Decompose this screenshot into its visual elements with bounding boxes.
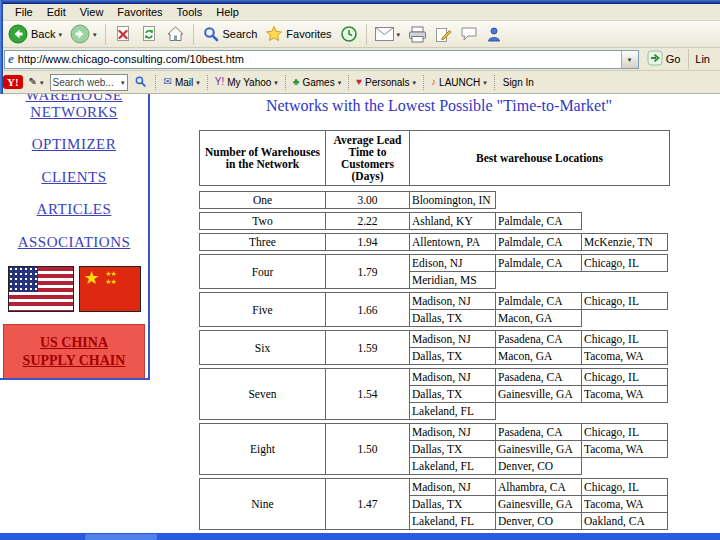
links-toolbar-label[interactable]: Lin	[688, 49, 716, 69]
address-input[interactable]: e http://www.chicago-consulting.com/10be…	[4, 50, 639, 69]
discuss-button[interactable]	[456, 22, 482, 46]
favorites-button[interactable]: Favorites	[261, 22, 335, 46]
yahoo-search-input[interactable]: Search web... ▾	[50, 74, 128, 91]
go-button-label: Go	[666, 53, 681, 65]
header-best-locations: Best warehouse Locations	[410, 131, 670, 186]
warehouse-count-cell: Nine	[200, 479, 326, 530]
sidebar-link-optimizer[interactable]: OPTIMIZER	[3, 136, 145, 153]
favorites-button-label: Favorites	[286, 28, 331, 40]
heart-icon: ♥	[356, 77, 362, 87]
yahoo-separator	[155, 75, 156, 90]
print-button[interactable]	[404, 22, 431, 46]
dropdown-caret-icon: ▾	[196, 79, 200, 86]
edit-pencil-icon	[435, 26, 452, 43]
refresh-icon	[140, 25, 158, 43]
location-cell: Chicago, IL	[582, 255, 668, 272]
china-flag-small-stars: ★★★★	[104, 270, 118, 285]
history-clock-icon	[340, 25, 358, 43]
address-dropdown-button[interactable]: ▾	[621, 51, 638, 68]
lead-time-cell: 1.66	[326, 293, 410, 327]
lead-time-cell: 1.47	[326, 479, 410, 530]
yahoo-separator	[494, 75, 495, 90]
us-china-link-us-china[interactable]: US CHINA	[40, 335, 108, 351]
location-cell: Chicago, IL	[582, 369, 668, 386]
back-button-label: Back	[31, 28, 55, 40]
sidebar-link-associations[interactable]: ASSOCIATIONS	[3, 234, 145, 251]
sidebar: WAREHOUSE NETWORKSOPTIMIZERCLIENTSARTICL…	[0, 94, 150, 380]
menu-item-view[interactable]: View	[73, 5, 111, 19]
location-cell: Pasadena, CA	[496, 424, 582, 441]
location-cell: Dallas, TX	[410, 386, 496, 403]
lead-time-cell: 1.79	[326, 255, 410, 289]
yahoo-items: ✉Mail▾Y!My Yahoo▾♣Games▾♥Personals▾♪LAUN…	[161, 75, 497, 90]
menu-item-favorites[interactable]: Favorites	[110, 5, 169, 19]
location-cell: Madison, NJ	[410, 479, 496, 496]
stop-button[interactable]	[110, 22, 136, 46]
menu-item-tools[interactable]: Tools	[170, 5, 210, 19]
home-button[interactable]	[162, 22, 189, 46]
forward-button[interactable]: ▾	[66, 22, 101, 46]
menu-item-help[interactable]: Help	[209, 5, 246, 19]
location-cell: Madison, NJ	[410, 293, 496, 310]
network-row-five: Five1.66Madison, NJPalmdale, CAChicago, …	[199, 292, 668, 327]
back-arrow-icon	[8, 24, 28, 44]
search-button[interactable]: Search	[198, 22, 262, 46]
yahoo-item-launch[interactable]: ♪LAUNCH▾	[428, 76, 490, 89]
messenger-person-icon	[486, 26, 502, 43]
location-cell: Pasadena, CA	[496, 331, 582, 348]
network-row-six: Six1.59Madison, NJPasadena, CAChicago, I…	[199, 330, 668, 365]
menu-item-file[interactable]: File	[8, 5, 40, 19]
yahoo-sign-in[interactable]: Sign In	[500, 76, 537, 89]
mail-button[interactable]: ▾	[371, 22, 405, 46]
location-cell: Lakeland, FL	[410, 513, 496, 530]
yahoo-search-placeholder: Search web...	[53, 77, 114, 88]
magnifier-icon	[134, 75, 147, 90]
yahoo-item-label: My Yahoo	[227, 77, 271, 88]
go-arrow-icon	[647, 50, 663, 68]
forward-dropdown-icon: ▾	[93, 31, 97, 38]
games-icon: ♣	[293, 77, 300, 87]
refresh-button[interactable]	[136, 22, 162, 46]
warehouse-count-cell: Six	[200, 331, 326, 365]
page-title: Networks with the Lowest Possible "Time-…	[199, 97, 679, 115]
mail-dropdown-icon: ▾	[397, 31, 401, 38]
sidebar-link-articles[interactable]: ARTICLES	[3, 201, 145, 218]
yahoo-item-mail[interactable]: ✉Mail▾	[161, 76, 203, 89]
location-cell: Lakeland, FL	[410, 458, 496, 475]
dropdown-caret-icon: ▾	[483, 79, 487, 86]
yahoo-logo[interactable]: Y!	[3, 75, 23, 89]
china-flag: ★ ★★★★	[79, 266, 141, 312]
us-china-link-supply-chain[interactable]: SUPPLY CHAIN	[23, 353, 126, 369]
yahoo-item-personals[interactable]: ♥Personals▾	[353, 76, 419, 89]
dropdown-caret-icon: ▾	[413, 79, 417, 86]
history-button[interactable]	[336, 22, 362, 46]
location-cell: Palmdale, CA	[496, 255, 582, 272]
location-cell: Tacoma, WA	[582, 348, 668, 365]
location-cell: Chicago, IL	[582, 479, 668, 496]
music-note-icon: ♪	[431, 77, 436, 87]
toolbar-separator	[366, 24, 367, 45]
network-row-nine: Nine1.47Madison, NJAlhambra, CAChicago, …	[199, 478, 668, 530]
go-button[interactable]: Go	[643, 49, 685, 69]
location-cell: Allentown, PA	[410, 234, 496, 251]
menu-item-edit[interactable]: Edit	[40, 5, 73, 19]
location-cell: Gainesville, GA	[496, 441, 582, 458]
sidebar-link-clients[interactable]: CLIENTS	[3, 169, 145, 186]
taskbar-window-button[interactable]	[85, 534, 157, 540]
dropdown-caret-icon: ▾	[338, 79, 342, 86]
toolbar-separator	[105, 24, 106, 45]
edit-button[interactable]	[431, 22, 456, 46]
location-cell: Palmdale, CA	[496, 213, 582, 230]
network-table-rows: One3.00Bloomington, INTwo2.22Ashland, KY…	[199, 191, 679, 530]
dropdown-caret-icon: ▾	[40, 79, 44, 86]
back-button[interactable]: Back ▾	[4, 22, 66, 46]
yahoo-search-button[interactable]	[131, 74, 150, 91]
yahoo-item-my-yahoo[interactable]: Y!My Yahoo▾	[212, 76, 281, 89]
yahoo-item-label: Mail	[175, 77, 193, 88]
yahoo-item-games[interactable]: ♣Games▾	[290, 76, 344, 89]
messenger-button[interactable]	[482, 22, 506, 46]
dropdown-caret-icon: ▾	[274, 79, 278, 86]
sidebar-link-warehouse-networks[interactable]: WAREHOUSE NETWORKS	[3, 94, 145, 120]
network-row-one: One3.00Bloomington, IN	[199, 191, 496, 209]
yahoo-compose-button[interactable]: ✎ ▾	[26, 76, 47, 88]
